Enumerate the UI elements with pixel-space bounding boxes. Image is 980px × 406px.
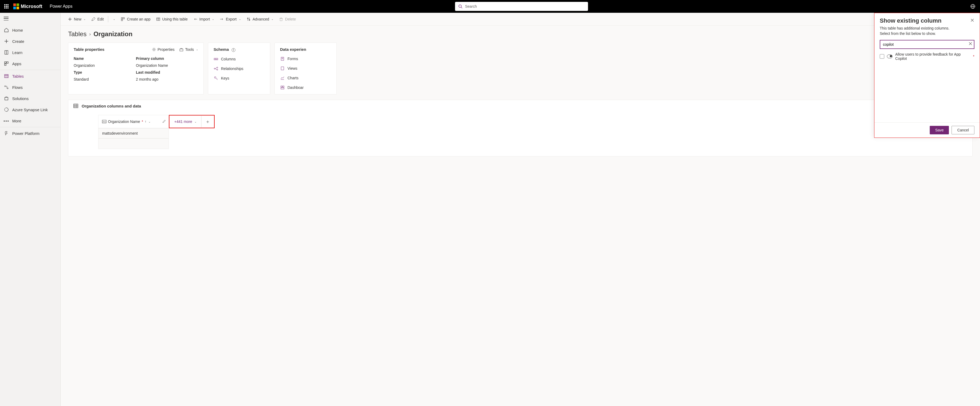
- chevron-down-icon: ⌄: [148, 120, 151, 123]
- nav-label: Azure Synapse Link: [12, 107, 48, 112]
- pencil-icon[interactable]: [162, 119, 166, 124]
- info-icon[interactable]: i: [232, 48, 235, 52]
- nav-solutions[interactable]: Solutions: [0, 93, 60, 104]
- svg-point-40: [217, 67, 218, 68]
- globe-icon[interactable]: [970, 4, 975, 9]
- prop-modified-label: Last modified: [136, 70, 198, 75]
- text-type-icon: Abc: [102, 120, 107, 123]
- table-icon: [4, 73, 9, 79]
- chart-icon: [280, 76, 285, 80]
- tools-action[interactable]: Tools ⌄: [179, 47, 198, 52]
- nav-label: Home: [12, 28, 23, 32]
- chevron-down-icon: ⌄: [196, 48, 198, 51]
- nav-tables[interactable]: Tables: [0, 70, 60, 82]
- svg-rect-22: [121, 18, 123, 19]
- section-title: Organization columns and data: [82, 104, 141, 108]
- data-cell[interactable]: mattsdevenvironment: [98, 128, 169, 139]
- form-icon: [280, 56, 285, 61]
- schema-card: Schema i Abc Columns Relationships: [208, 43, 270, 94]
- nav-home[interactable]: Home: [0, 24, 60, 36]
- cmd-advanced[interactable]: Advanced ⌄: [244, 15, 275, 23]
- cmd-label: Using this table: [162, 17, 188, 21]
- plus-icon: ＋: [205, 118, 210, 125]
- nav-label: Create: [12, 39, 24, 44]
- columns-and-data-card: Organization columns and data Abc Organi…: [68, 100, 972, 156]
- svg-point-41: [217, 69, 218, 70]
- svg-rect-53: [283, 86, 284, 87]
- app-launcher-button[interactable]: [2, 2, 11, 11]
- microsoft-label: Microsoft: [21, 4, 42, 9]
- column-checkbox[interactable]: [880, 54, 884, 59]
- chevron-down-icon: ⌄: [212, 18, 214, 21]
- top-header: Microsoft Power Apps Search: [0, 0, 980, 13]
- home-icon: [4, 27, 9, 33]
- nav-more[interactable]: ••• More: [0, 115, 60, 126]
- svg-text:Abc: Abc: [103, 121, 106, 123]
- cmd-export[interactable]: Export ⌄: [217, 15, 243, 23]
- nav-flows[interactable]: Flows: [0, 82, 60, 93]
- prop-type-label: Type: [74, 70, 136, 75]
- trash-icon: [279, 17, 283, 22]
- cmd-import[interactable]: Import ⌄: [191, 15, 216, 23]
- cmd-new[interactable]: New ⌄: [65, 15, 88, 23]
- schema-columns[interactable]: Abc Columns: [213, 57, 265, 62]
- cmd-label: Advanced: [253, 17, 269, 21]
- cmd-delete[interactable]: Delete: [277, 15, 298, 23]
- breadcrumb-root[interactable]: Tables: [68, 30, 86, 38]
- svg-rect-54: [281, 88, 284, 89]
- panel-subtitle-2: Select from the list below to show.: [880, 31, 974, 37]
- cancel-button[interactable]: Cancel: [951, 126, 974, 134]
- search-icon: [458, 4, 463, 8]
- column-result-list: Allow users to provide feedback for App …: [880, 52, 974, 61]
- schema-keys[interactable]: Keys: [213, 76, 265, 81]
- panel-footer: Save Cancel: [874, 123, 980, 137]
- column-header-organization-name[interactable]: Abc Organization Name* ↑ ⌄: [98, 115, 169, 128]
- gear-icon: [152, 47, 156, 52]
- chevron-down-icon: ⌄: [84, 18, 86, 21]
- nav-learn[interactable]: Learn: [0, 47, 60, 58]
- svg-text:Abc: Abc: [215, 58, 217, 60]
- nav-label: Learn: [12, 50, 22, 55]
- toggle-type-icon: [887, 54, 892, 58]
- close-button[interactable]: [970, 18, 974, 24]
- microsoft-logo-icon: [13, 3, 19, 9]
- svg-rect-18: [5, 97, 8, 100]
- nav-create[interactable]: Create: [0, 36, 60, 47]
- de-dashboards[interactable]: Dashboar: [280, 85, 331, 90]
- cmd-create-app[interactable]: Create an app: [118, 15, 153, 23]
- column-result-item[interactable]: Allow users to provide feedback for App …: [880, 52, 974, 61]
- nav-apps[interactable]: Apps: [0, 58, 60, 69]
- save-button[interactable]: Save: [930, 126, 949, 134]
- empty-data-cell[interactable]: [98, 139, 169, 149]
- panel-search-wrap: [880, 40, 974, 49]
- nav-synapse[interactable]: Azure Synapse Link: [0, 104, 60, 115]
- svg-rect-9: [5, 62, 6, 63]
- de-charts[interactable]: Charts: [280, 76, 331, 80]
- global-search[interactable]: Search: [455, 2, 588, 11]
- cmd-edit[interactable]: Edit: [89, 15, 106, 23]
- close-icon: [969, 42, 972, 46]
- de-forms[interactable]: Forms: [280, 56, 331, 61]
- properties-action[interactable]: Properties: [152, 47, 175, 52]
- nav-collapse-button[interactable]: [0, 13, 60, 24]
- card-title: Table properties: [74, 47, 105, 52]
- clear-search-button[interactable]: [969, 42, 972, 46]
- column-result-label: Allow users to provide feedback for App …: [895, 52, 970, 61]
- panel-search-input[interactable]: [880, 40, 974, 49]
- flow-icon: [4, 84, 9, 90]
- nav-powerplatform[interactable]: Power Platform: [0, 128, 60, 139]
- cmd-edit-dropdown[interactable]: ⌄: [110, 16, 117, 22]
- de-views[interactable]: Views: [280, 66, 331, 71]
- show-more-columns[interactable]: +441 more ⌄: [169, 115, 201, 128]
- add-column-button[interactable]: ＋: [201, 115, 214, 128]
- table-properties-card: Table properties Properties Tools ⌄: [68, 43, 204, 94]
- svg-line-1: [461, 7, 462, 8]
- schema-relationships[interactable]: Relationships: [213, 66, 265, 71]
- svg-rect-50: [281, 67, 284, 70]
- cmd-using-table[interactable]: Using this table: [154, 15, 190, 23]
- panel-title: Show existing column: [880, 17, 942, 24]
- svg-line-42: [215, 68, 217, 68]
- global-search-wrap: Search: [72, 2, 970, 11]
- shell: Home Create Learn Apps Tables Flows Solu…: [0, 13, 980, 406]
- book-icon: [4, 50, 9, 55]
